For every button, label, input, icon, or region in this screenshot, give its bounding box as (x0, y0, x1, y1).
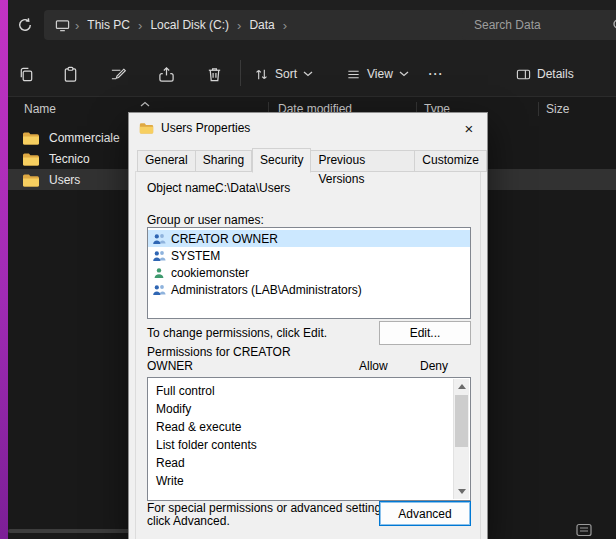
user-item-cookiemonster[interactable]: cookiemonster (148, 264, 470, 281)
column-header-name[interactable]: Name (24, 96, 56, 122)
permissions-scrollbar[interactable] (453, 379, 469, 499)
breadcrumb-separator[interactable]: › (234, 18, 244, 33)
edit-permissions-hint: To change permissions, click Edit. (147, 326, 327, 340)
advanced-hint-line2: click Advanced. (147, 514, 230, 528)
user-item-system[interactable]: SYSTEM (148, 247, 470, 264)
copy-button[interactable] (12, 62, 40, 86)
breadcrumb-separator[interactable]: › (280, 18, 290, 33)
breadcrumb-data[interactable]: Data (244, 18, 279, 32)
user-item-label: cookiemonster (171, 266, 249, 280)
user-group-icon (152, 284, 166, 296)
permission-row-read[interactable]: Read (148, 454, 470, 472)
permission-row-write[interactable]: Write (148, 472, 470, 490)
object-name-label: Object name: (147, 181, 218, 195)
details-button[interactable]: Details (508, 60, 588, 88)
search-box[interactable] (462, 10, 616, 40)
copy-icon (18, 66, 35, 83)
permission-row-full-control[interactable]: Full control (148, 382, 470, 400)
refresh-button[interactable] (12, 13, 38, 37)
tab-customize[interactable]: Customize (415, 150, 487, 172)
file-name: Tecnico (49, 152, 90, 166)
tab-strip: General Sharing Security Previous Versio… (137, 148, 487, 172)
chevron-down-icon (303, 71, 313, 77)
tab-security[interactable]: Security (252, 148, 311, 173)
paste-button[interactable] (56, 62, 84, 86)
this-pc-icon (52, 15, 72, 35)
object-name-value: C:\Data\Users (215, 181, 290, 195)
edit-button[interactable]: Edit... (379, 321, 471, 345)
details-label: Details (537, 67, 574, 81)
refresh-icon (17, 17, 33, 33)
scroll-up-icon (458, 384, 466, 389)
search-icon (612, 18, 616, 32)
folder-icon (139, 122, 154, 134)
breadcrumb-this-pc[interactable]: This PC (82, 18, 135, 32)
user-item-administrators[interactable]: Administrators (LAB\Administrators) (148, 281, 470, 298)
advanced-button[interactable]: Advanced (379, 501, 471, 526)
permissions-for-label: Permissions for CREATOR OWNER (147, 345, 302, 373)
share-icon (158, 66, 175, 83)
paste-icon (62, 66, 79, 83)
scroll-down-button[interactable] (454, 484, 469, 499)
navigation-bar: › This PC › Local Disk (C:) › Data › (8, 0, 616, 50)
toolbar-divider (240, 60, 241, 86)
user-item-creator-owner[interactable]: CREATOR OWNER (148, 230, 470, 247)
file-explorer-window: › This PC › Local Disk (C:) › Data › (0, 0, 616, 539)
delete-button[interactable] (200, 62, 228, 86)
breadcrumb-separator[interactable]: › (72, 18, 82, 33)
close-button[interactable]: × (451, 113, 487, 143)
group-user-list[interactable]: CREATOR OWNER SYSTEM cookiemonster Admin… (147, 227, 471, 319)
permission-row-read-execute[interactable]: Read & execute (148, 418, 470, 436)
chevron-down-icon (399, 71, 409, 77)
tab-previous-versions[interactable]: Previous Versions (311, 150, 415, 172)
view-button[interactable]: View (340, 62, 415, 86)
share-button[interactable] (152, 62, 180, 86)
sort-icon (254, 67, 269, 82)
folder-icon (22, 131, 40, 145)
folder-icon (22, 152, 40, 166)
column-divider[interactable] (538, 102, 539, 116)
scrollbar-thumb[interactable] (455, 395, 468, 447)
tab-general[interactable]: General (137, 150, 196, 172)
breadcrumb-separator[interactable]: › (135, 18, 145, 33)
command-bar: Sort View ··· Details (8, 50, 616, 97)
properties-dialog: Users Properties × General Sharing Secur… (128, 112, 488, 539)
view-icon (346, 67, 361, 82)
breadcrumb-local-disk[interactable]: Local Disk (C:) (145, 18, 234, 32)
details-view-icon (576, 523, 592, 537)
permission-row-modify[interactable]: Modify (148, 400, 470, 418)
trash-icon (206, 66, 223, 83)
user-group-icon (152, 250, 166, 262)
file-name: Users (49, 173, 80, 187)
scroll-up-button[interactable] (454, 379, 469, 394)
dialog-title: Users Properties (161, 121, 250, 135)
permission-row-list-folder-contents[interactable]: List folder contents (148, 436, 470, 454)
group-user-names-label: Group or user names: (147, 213, 264, 227)
folder-icon (22, 173, 40, 187)
user-item-label: SYSTEM (171, 249, 220, 263)
column-header-size[interactable]: Size (546, 96, 569, 122)
allow-column-label: Allow (359, 359, 388, 373)
tab-sharing[interactable]: Sharing (196, 150, 252, 172)
dialog-titlebar[interactable]: Users Properties (129, 113, 487, 143)
user-item-label: Administrators (LAB\Administrators) (171, 283, 362, 297)
deny-column-label: Deny (420, 359, 448, 373)
single-user-icon (152, 267, 166, 279)
more-options-button[interactable]: ··· (422, 62, 450, 86)
user-group-icon (152, 233, 166, 245)
sort-label: Sort (275, 67, 297, 81)
sort-ascending-icon (140, 101, 150, 107)
sort-button[interactable]: Sort (248, 62, 319, 86)
user-item-label: CREATOR OWNER (171, 232, 278, 246)
desktop-edge-strip (0, 0, 8, 539)
address-bar[interactable]: › This PC › Local Disk (C:) › Data › (44, 10, 470, 40)
search-input[interactable] (472, 17, 586, 33)
advanced-hint-line1: For special permissions or advanced sett… (147, 501, 390, 515)
file-name: Commerciale (49, 131, 120, 145)
view-label: View (367, 67, 393, 81)
rename-button[interactable] (104, 62, 132, 86)
details-pane-icon (516, 67, 531, 82)
scroll-down-icon (458, 489, 466, 494)
permissions-list[interactable]: Full control Modify Read & execute List … (147, 377, 471, 501)
view-mode-button[interactable] (572, 521, 596, 539)
